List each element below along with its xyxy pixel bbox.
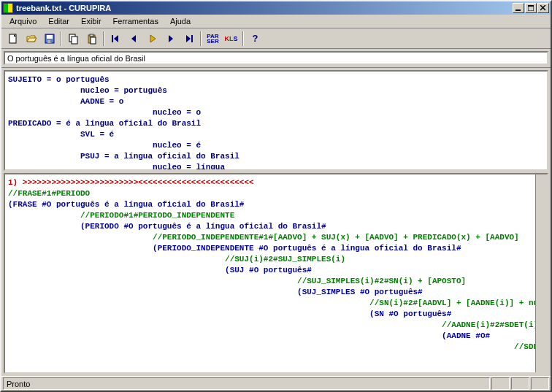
open-button[interactable] xyxy=(23,31,39,47)
menu-editar[interactable]: Editar xyxy=(43,15,74,27)
first-button[interactable] xyxy=(107,31,124,47)
toolbar-separator xyxy=(200,31,202,46)
menubar: Arquivo Editar Exibir Ferramentas Ajuda xyxy=(1,15,551,28)
main-panes: SUJEITO = o português nucleo = português… xyxy=(1,68,551,376)
save-button[interactable] xyxy=(41,31,58,47)
svg-rect-7 xyxy=(47,35,53,39)
status-text: Pronto xyxy=(3,377,490,390)
next-button[interactable] xyxy=(162,31,179,47)
toolbar-separator xyxy=(242,31,244,46)
minimize-button[interactable] xyxy=(513,3,524,13)
status-cell-1 xyxy=(491,377,510,390)
menu-exibir[interactable]: Exibir xyxy=(76,15,107,27)
last-button[interactable] xyxy=(180,31,197,47)
svg-rect-13 xyxy=(90,34,93,36)
window-title: treebank.txt - CURUPIRA xyxy=(16,4,111,12)
menu-ferramentas[interactable]: Ferramentas xyxy=(108,15,164,27)
titlebar: treebank.txt - CURUPIRA xyxy=(1,1,551,15)
menu-arquivo[interactable]: Arquivo xyxy=(4,15,42,27)
bottom-pane[interactable]: 1) >>>>>>>>>>>>>>>>>>>>>>>><<<<<<<<<<<<<… xyxy=(4,173,548,374)
close-button[interactable] xyxy=(537,3,549,13)
bottom-scrollbar[interactable] xyxy=(535,174,547,372)
app-icon xyxy=(3,3,13,13)
play-button[interactable] xyxy=(144,31,161,47)
parser-button[interactable]: PARSER xyxy=(204,31,221,47)
kls-button[interactable]: KLS xyxy=(223,31,239,47)
svg-rect-15 xyxy=(112,35,113,42)
status-cell-3 xyxy=(531,377,549,390)
toolbar-separator xyxy=(103,31,104,46)
svg-rect-11 xyxy=(72,36,77,44)
maximize-button[interactable] xyxy=(525,3,537,13)
svg-rect-14 xyxy=(91,37,96,44)
paste-button[interactable] xyxy=(83,31,100,47)
app-window: treebank.txt - CURUPIRA Arquivo Editar E… xyxy=(0,0,552,392)
help-button[interactable]: ? xyxy=(247,31,264,47)
svg-rect-0 xyxy=(515,9,521,11)
top-pane[interactable]: SUJEITO = o português nucleo = português… xyxy=(4,70,548,171)
svg-rect-9 xyxy=(50,40,52,43)
copy-button[interactable] xyxy=(65,31,82,47)
sentence-row xyxy=(1,49,551,68)
svg-rect-2 xyxy=(528,5,534,7)
prev-button[interactable] xyxy=(126,31,142,47)
svg-rect-16 xyxy=(191,35,193,42)
sentence-input[interactable] xyxy=(4,51,548,65)
menu-ajuda[interactable]: Ajuda xyxy=(165,15,196,27)
new-button[interactable] xyxy=(4,31,21,47)
statusbar: Pronto xyxy=(1,376,551,391)
toolbar: PARSER KLS ? xyxy=(1,28,551,49)
status-cell-2 xyxy=(511,377,529,390)
toolbar-separator xyxy=(61,31,62,46)
